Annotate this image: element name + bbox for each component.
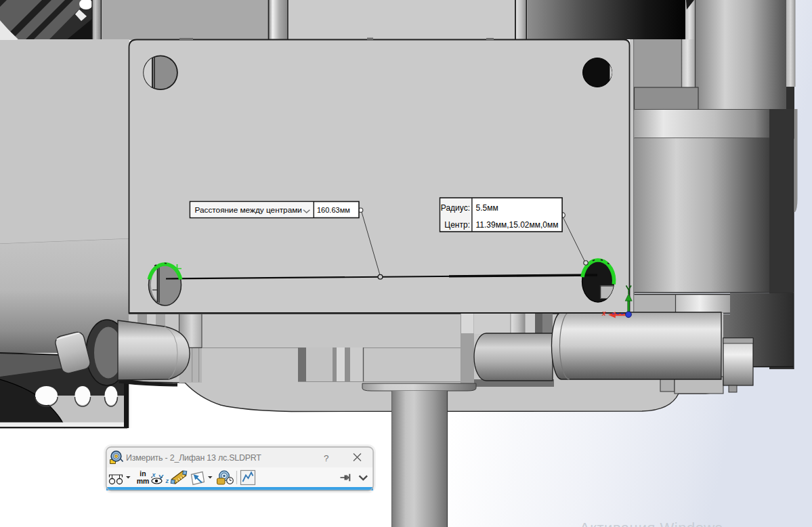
- svg-text:Активация Windows: Активация Windows: [580, 520, 723, 527]
- svg-text:x: x: [152, 471, 156, 478]
- svg-text:11.39мм,15.02мм,0мм: 11.39мм,15.02мм,0мм: [476, 220, 559, 230]
- svg-text:160.63мм: 160.63мм: [317, 206, 350, 214]
- svg-text:z: z: [165, 478, 169, 484]
- svg-text:Измерить - 2_Лифан 13 лс.SLDPR: Измерить - 2_Лифан 13 лс.SLDPRT: [126, 453, 261, 463]
- svg-text:x: x: [601, 310, 606, 317]
- svg-text:?: ?: [324, 453, 329, 463]
- svg-text:Центр:: Центр:: [444, 220, 470, 230]
- svg-text:5.5мм: 5.5мм: [476, 203, 498, 213]
- svg-text:Радиус:: Радиус:: [441, 203, 470, 213]
- svg-text:mm: mm: [137, 477, 150, 485]
- svg-text:Расстояние между центрами: Расстояние между центрами: [195, 205, 302, 215]
